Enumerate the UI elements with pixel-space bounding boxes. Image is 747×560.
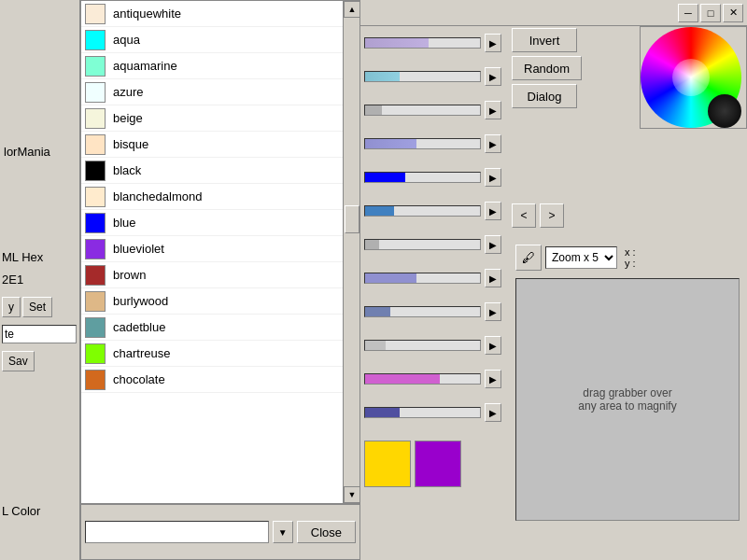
slider-track-6[interactable]	[364, 205, 481, 217]
color-name-input[interactable]	[85, 521, 269, 543]
sliders-panel: ▶ ▶ ▶ ▶ ▶ ▶ ▶	[360, 26, 505, 455]
color-list-item[interactable]: chocolate	[81, 367, 359, 393]
slider-arrow-8[interactable]: ▶	[485, 269, 501, 287]
zoom-select[interactable]: Zoom x 5	[545, 246, 617, 269]
color-list-item[interactable]: cadetblue	[81, 315, 359, 341]
slider-fill-7	[365, 240, 379, 249]
color-swatch	[85, 134, 106, 155]
slider-arrow-6[interactable]: ▶	[485, 202, 501, 220]
slider-track-8[interactable]	[364, 273, 481, 284]
color-name-label: azure	[113, 85, 144, 99]
color-list-item[interactable]: black	[81, 158, 359, 184]
x-label: x :	[625, 246, 636, 258]
slider-arrow-10[interactable]: ▶	[485, 336, 501, 355]
random-button[interactable]: Random	[512, 56, 582, 80]
color-name-label: chartreuse	[113, 346, 170, 360]
slider-fill-1	[365, 38, 429, 48]
slider-row-10: ▶	[360, 329, 505, 362]
slider-track-5[interactable]	[364, 172, 481, 183]
slider-arrow-11[interactable]: ▶	[485, 370, 501, 388]
preview-swatch-1	[364, 441, 411, 487]
scroll-thumb[interactable]	[345, 205, 359, 233]
nav-prev-button[interactable]: <	[512, 203, 536, 228]
slider-track-11[interactable]	[364, 373, 481, 385]
invert-button[interactable]: Invert	[512, 28, 577, 52]
minimize-button[interactable]: ─	[678, 4, 698, 22]
color-list-scrollbar[interactable]: ▲ ▼	[343, 1, 359, 503]
slider-track-4[interactable]	[364, 138, 481, 149]
app-name-label: lorMania	[4, 145, 50, 159]
color-list-item[interactable]: aquamarine	[81, 53, 359, 79]
sidebar: lorMania ML Hex 2E1 y Set Sav L Color	[0, 0, 80, 560]
set-button[interactable]: Set	[22, 297, 52, 317]
slider-arrow-9[interactable]: ▶	[485, 302, 501, 321]
color-swatch	[85, 213, 106, 233]
slider-track-3[interactable]	[364, 105, 481, 116]
color-list-item[interactable]: aqua	[81, 27, 359, 53]
color-name-label: antiquewhite	[113, 7, 181, 21]
color-swatch	[85, 4, 106, 24]
color-list-item[interactable]: burlywood	[81, 288, 359, 315]
dialog-button[interactable]: Dialog	[512, 84, 577, 108]
slider-track-10[interactable]	[364, 340, 481, 351]
ml-hex-label: ML Hex	[2, 250, 43, 264]
slider-fill-10	[365, 341, 386, 350]
scroll-track	[344, 18, 360, 486]
y-label: y :	[625, 258, 636, 269]
color-swatch	[85, 108, 106, 129]
slider-row-4: ▶	[360, 127, 505, 161]
slider-arrow-12[interactable]: ▶	[485, 403, 501, 422]
color-name-label: cadetblue	[113, 320, 165, 334]
color-swatch	[85, 265, 106, 286]
slider-track-1[interactable]	[364, 37, 481, 49]
scroll-up-button[interactable]: ▲	[344, 1, 360, 18]
nav-next-button[interactable]: >	[540, 203, 564, 228]
color-list-item[interactable]: brown	[81, 262, 359, 288]
slider-track-7[interactable]	[364, 239, 481, 250]
slider-fill-12	[365, 408, 400, 417]
copy-button[interactable]: y	[2, 297, 21, 317]
color-list-item[interactable]: chartreuse	[81, 341, 359, 367]
name-input[interactable]	[2, 325, 77, 343]
save-button[interactable]: Sav	[2, 351, 35, 371]
slider-arrow-5[interactable]: ▶	[485, 168, 501, 187]
close-window-button[interactable]: ✕	[723, 4, 743, 22]
color-swatch	[85, 82, 106, 103]
slider-track-12[interactable]	[364, 407, 481, 418]
color-items-container: antiquewhiteaquaaquamarineazurebeigebisq…	[81, 1, 359, 393]
color-wheel-container	[640, 26, 747, 129]
color-name-label: blueviolet	[113, 242, 164, 256]
color-list-bottom-bar: ▼ Close	[80, 504, 360, 560]
color-list-item[interactable]: beige	[81, 105, 359, 132]
slider-track-2[interactable]	[364, 71, 481, 82]
slider-arrow-4[interactable]: ▶	[485, 134, 501, 153]
slider-arrow-3[interactable]: ▶	[485, 101, 501, 119]
chevron-down-icon: ▼	[278, 527, 288, 538]
color-list-item[interactable]: antiquewhite	[81, 1, 359, 27]
slider-row-9: ▶	[360, 295, 505, 329]
slider-track-9[interactable]	[364, 306, 481, 317]
color-wheel[interactable]	[641, 27, 741, 128]
color-swatch	[85, 343, 106, 364]
color-list: antiquewhiteaquaaquamarineazurebeigebisq…	[80, 0, 360, 504]
color-swatch	[85, 30, 106, 50]
color-list-item[interactable]: azure	[81, 79, 359, 105]
slider-arrow-1[interactable]: ▶	[485, 34, 501, 52]
color-wheel-black	[708, 94, 741, 128]
color-list-item[interactable]: blanchedalmond	[81, 184, 359, 210]
eyedropper-button[interactable]: 🖋	[515, 245, 542, 271]
close-button[interactable]: Close	[297, 521, 356, 543]
slider-arrow-2[interactable]: ▶	[485, 67, 501, 86]
preview-swatch-2	[415, 441, 461, 487]
xy-labels: x : y :	[625, 246, 636, 269]
slider-arrow-7[interactable]: ▶	[485, 235, 501, 254]
color-swatch	[85, 161, 106, 181]
slider-fill-3	[365, 105, 382, 115]
restore-button[interactable]: □	[700, 4, 721, 22]
color-list-item[interactable]: blueviolet	[81, 236, 359, 262]
slider-fill-8	[365, 273, 416, 283]
color-list-item[interactable]: blue	[81, 210, 359, 236]
scroll-down-button[interactable]: ▼	[344, 486, 360, 503]
color-dropdown-button[interactable]: ▼	[273, 521, 293, 543]
color-list-item[interactable]: bisque	[81, 132, 359, 158]
